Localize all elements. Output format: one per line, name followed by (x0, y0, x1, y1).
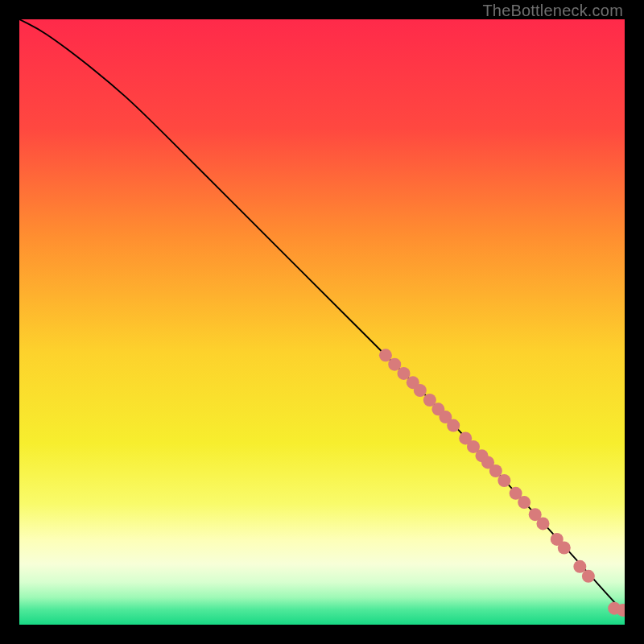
chart-point (558, 541, 571, 554)
chart-point (489, 464, 502, 477)
chart-point (497, 474, 510, 487)
chart-overlay (19, 19, 625, 625)
chart-point (582, 570, 595, 583)
chart-curve (19, 19, 625, 613)
chart-point (388, 358, 401, 371)
chart-point (398, 367, 411, 380)
chart-point (518, 496, 530, 509)
chart-point (573, 560, 586, 573)
chart-point (414, 384, 427, 397)
chart-point (447, 419, 460, 432)
watermark-text: TheBottleneck.com (482, 2, 623, 20)
chart-points (379, 349, 625, 617)
chart-plot-area (19, 19, 625, 625)
chart-point (379, 349, 392, 361)
chart-point (536, 517, 549, 530)
